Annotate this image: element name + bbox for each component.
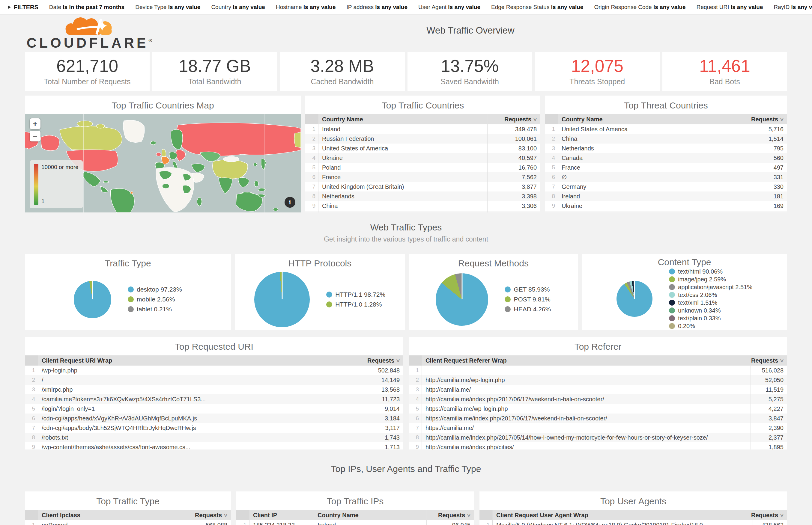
table-row[interactable]: 5 France 497	[545, 163, 787, 172]
table-row[interactable]: 6 /cdn-cgi/apps/head/xVgyKhR-vV3dAUGhMqf…	[25, 414, 403, 423]
chart-title: Traffic Type	[25, 254, 231, 269]
filters-toggle[interactable]: FILTERS	[8, 4, 39, 11]
table-row[interactable]: 5 /login/?login_only=1 9,014	[25, 404, 403, 414]
kpi-label: Threats Stopped	[535, 77, 660, 86]
column-header-uri[interactable]: Client Request URI Wrap	[38, 355, 340, 365]
column-header-requests[interactable]: Requests∨	[753, 510, 787, 520]
column-header-ipclass[interactable]: Client Ipclass	[38, 510, 149, 520]
table-row[interactable]: 1 United States of America 5,716	[545, 124, 787, 134]
table-row[interactable]: 9 /wp-content/themes/ashe/assets/css/fon…	[25, 442, 403, 449]
filter-value: is any value	[375, 4, 408, 10]
table-header: Client Ipclass Requests∨	[25, 510, 231, 520]
filter-item[interactable]: Edge Response Status is any value	[491, 4, 583, 11]
table-row[interactable]: 6 https://camilia.me/index.php/2017/06/1…	[409, 414, 787, 423]
filter-item[interactable]: Hostname is any value	[276, 4, 336, 11]
table-row[interactable]: 1 noRecord 568,088	[25, 520, 231, 525]
table-row[interactable]: 9 http://camilia.me/index.php/cities/ 1,…	[409, 442, 787, 449]
legend-dot-icon	[505, 296, 511, 302]
table-row[interactable]: 5 https://camilia.me/wp-login.php 4,227	[409, 404, 787, 414]
filter-value: is in the past 7 months	[63, 4, 124, 10]
table-row[interactable]: 3 Netherlands 795	[545, 144, 787, 153]
requests-cell: 5,275	[751, 394, 787, 404]
table-row[interactable]: 9 China 3,306	[305, 201, 540, 211]
http-protocols-pie-chart[interactable]	[254, 272, 310, 327]
table-row[interactable]: 7 Germany 330	[545, 182, 787, 192]
filter-item[interactable]: Origin Response Code is any value	[594, 4, 685, 11]
table-row[interactable]: 1 516,028	[409, 365, 787, 375]
filter-field-label: RayID	[773, 4, 789, 10]
requests-cell: 11,723	[340, 394, 403, 404]
table-row[interactable]: 1 /wp-login.php 502,848	[25, 365, 403, 375]
requests-cell: 100,061	[487, 134, 540, 144]
map-info-button[interactable]: i	[284, 197, 295, 208]
table-row[interactable]: 3 /xmlrpc.php 13,568	[25, 385, 403, 394]
filter-field-label: User Agent	[418, 4, 446, 10]
table-row[interactable]: 10 Singapore 159	[545, 211, 787, 212]
kpi-label: Total Number of Requests	[25, 77, 150, 86]
table-row[interactable]: 7 https://camilia.me/ 2,390	[409, 423, 787, 433]
table-row[interactable]: 8 Netherlands 3,398	[305, 192, 540, 201]
referer-cell: http://camilia.me/index.php/cities/	[422, 442, 751, 449]
map-zoom-out-button[interactable]: −	[30, 131, 41, 141]
legend-label: GET 85.93%	[514, 286, 550, 293]
table-row[interactable]: 8 Ireland 181	[545, 192, 787, 201]
legend-dot-icon	[669, 269, 675, 274]
legend-item: text/html 90.06%	[669, 268, 752, 275]
column-header-user-agent[interactable]: Client Request User Agent Wrap	[493, 510, 753, 520]
table-row[interactable]: 7 /cdn-cgi/apps/body/3Lh52SjWTQ4HRlErJyk…	[25, 423, 403, 433]
filter-item[interactable]: Country is any value	[211, 4, 265, 11]
column-header-referer[interactable]: Client Request Referer Wrap	[422, 355, 751, 365]
content-type-pie-chart[interactable]	[617, 281, 652, 317]
sort-desc-icon: ∨	[396, 358, 400, 363]
table-row[interactable]: 7 United Kingdom (Great Britain) 3,877	[305, 182, 540, 192]
table-row[interactable]: 4 /camilia.me?token=s3+7k6XQvKwzp5/4XSs4…	[25, 394, 403, 404]
column-header-requests[interactable]: Requests∨	[751, 355, 787, 365]
legend-dot-icon	[128, 296, 134, 302]
column-header-country[interactable]: Country Name	[314, 510, 426, 520]
request-methods-pie-chart[interactable]	[436, 273, 488, 326]
table-row[interactable]: 1 Ireland 349,478	[305, 124, 540, 134]
kpi-card: 621,710 Total Number of Requests	[25, 52, 150, 91]
table-row[interactable]: 4 Canada 560	[545, 153, 787, 163]
table-row[interactable]: 5 Poland 16,760	[305, 163, 540, 172]
table-row[interactable]: 3 United States of America 83,100	[305, 144, 540, 153]
requests-cell: 52,050	[751, 375, 787, 385]
column-header-requests[interactable]: Requests∨	[426, 510, 474, 520]
content-type-chart-card: Content Type text/html 90.06% image/jpeg…	[582, 254, 787, 330]
filter-item[interactable]: Request URI is any value	[696, 4, 763, 11]
table-row[interactable]: 1 Mozilla/5.0 (Windows NT 6.1; WOW64; rv…	[479, 520, 787, 525]
kpi-value: 12,075	[535, 58, 660, 75]
column-header-client-ip[interactable]: Client IP	[250, 510, 314, 520]
column-header-country[interactable]: Country Name	[319, 114, 487, 124]
table-row[interactable]: 10 Canada 2,215	[305, 211, 540, 212]
filter-item[interactable]: Date is in the past 7 months	[49, 4, 124, 11]
table-row[interactable]: 9 Ukraine 169	[545, 201, 787, 211]
map-zoom-controls: + −	[30, 118, 41, 141]
table-row[interactable]: 2 Russian Federation 100,061	[305, 134, 540, 144]
table-row[interactable]: 8 /robots.txt 1,743	[25, 433, 403, 442]
filter-item[interactable]: IP address is any value	[346, 4, 408, 11]
table-row[interactable]: 2 China 1,514	[545, 134, 787, 144]
table-row[interactable]: 4 Ukraine 40,597	[305, 153, 540, 163]
table-row[interactable]: 8 http://camilia.me/index.php/2017/05/14…	[409, 433, 787, 442]
filter-field-label: Edge Response Status	[491, 4, 549, 10]
map-zoom-in-button[interactable]: +	[30, 118, 41, 129]
table-row[interactable]: 3 http://camilia.me/ 11,519	[409, 385, 787, 394]
table-row[interactable]: 1 185.234.218.33 Ireland 96,945	[236, 520, 474, 525]
table-row[interactable]: 6 ∅ 331	[545, 172, 787, 182]
world-map[interactable]: + − 10000 or more 1 i	[25, 114, 301, 212]
table-row[interactable]: 2 / 14,149	[25, 375, 403, 385]
column-header-requests[interactable]: Requests∨	[487, 114, 540, 124]
user-agents-panel: Top User Agents Client Request User Agen…	[479, 492, 787, 525]
table-row[interactable]: 2 http://camilia.me/wp-login.php 52,050	[409, 375, 787, 385]
table-row[interactable]: 4 http://camilia.me/index.php/2017/06/17…	[409, 394, 787, 404]
column-header-country[interactable]: Country Name	[558, 114, 734, 124]
filter-item[interactable]: RayID is any value	[773, 4, 812, 11]
traffic-type-pie-chart[interactable]	[74, 281, 111, 318]
column-header-requests[interactable]: Requests∨	[340, 355, 403, 365]
column-header-requests[interactable]: Requests∨	[734, 114, 787, 124]
filter-item[interactable]: Device Type is any value	[135, 4, 200, 11]
filter-item[interactable]: User Agent is any value	[418, 4, 481, 11]
column-header-requests[interactable]: Requests∨	[149, 510, 231, 520]
table-row[interactable]: 6 France 7,562	[305, 172, 540, 182]
